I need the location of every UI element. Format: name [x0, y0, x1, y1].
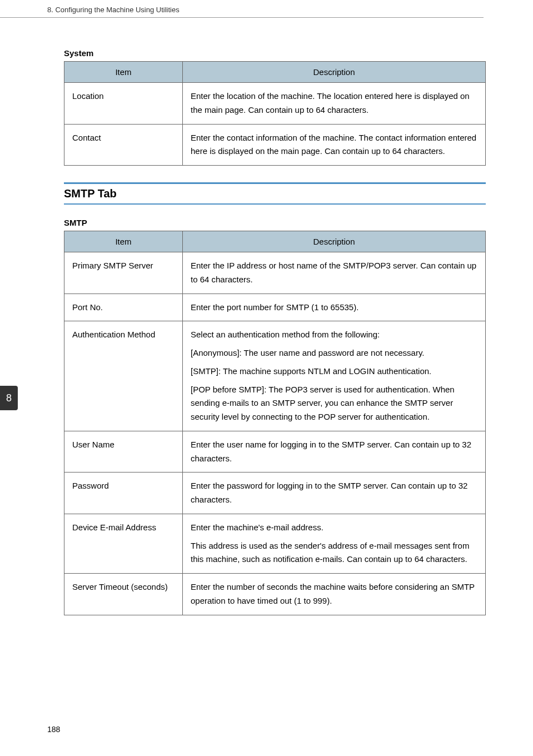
- system-table-title: System: [64, 48, 486, 58]
- table-row: Device E-mail Address Enter the machine'…: [64, 514, 486, 573]
- smtp-row-description: Select an authentication method from the…: [183, 321, 486, 431]
- desc-paragraph: Enter the machine's e-mail address.: [191, 521, 477, 535]
- desc-paragraph: Enter the IP address or host name of the…: [191, 259, 477, 287]
- table-row: Primary SMTP Server Enter the IP address…: [64, 252, 486, 294]
- chapter-tab-number: 8: [6, 392, 12, 404]
- chapter-tab: 8: [0, 386, 18, 410]
- smtp-row-description: Enter the password for logging in to the…: [183, 472, 486, 514]
- desc-paragraph: Enter the user name for logging in to th…: [191, 438, 477, 466]
- smtp-row-item: User Name: [64, 431, 183, 472]
- smtp-row-description: Enter the number of seconds the machine …: [183, 574, 486, 615]
- system-table: Item Description Location Enter the loca…: [64, 61, 486, 166]
- chapter-title: 8. Configuring the Machine Using Utiliti…: [47, 6, 180, 14]
- page-content: System Item Description Location Enter t…: [0, 18, 533, 615]
- desc-paragraph: [SMTP]: The machine supports NTLM and LO…: [191, 365, 477, 379]
- desc-paragraph: [POP before SMTP]: The POP3 server is us…: [191, 383, 477, 424]
- smtp-row-description: Enter the user name for logging in to th…: [183, 431, 486, 472]
- smtp-col-item: Item: [64, 231, 183, 252]
- page-header: 8. Configuring the Machine Using Utiliti…: [0, 0, 484, 18]
- table-row: Server Timeout (seconds) Enter the numbe…: [64, 574, 486, 615]
- table-row: Port No. Enter the port number for SMTP …: [64, 294, 486, 321]
- smtp-row-item: Password: [64, 472, 183, 514]
- smtp-row-description: Enter the machine's e-mail address. This…: [183, 514, 486, 573]
- table-row: Authentication Method Select an authenti…: [64, 321, 486, 431]
- desc-paragraph: Enter the password for logging in to the…: [191, 479, 477, 507]
- desc-paragraph: Enter the number of seconds the machine …: [191, 580, 477, 608]
- system-row-description: Enter the contact information of the mac…: [183, 124, 486, 166]
- desc-paragraph: [Anonymous]: The user name and password …: [191, 346, 477, 360]
- smtp-row-item: Primary SMTP Server: [64, 252, 183, 294]
- smtp-col-description: Description: [183, 231, 486, 252]
- desc-paragraph: Select an authentication method from the…: [191, 328, 477, 342]
- smtp-row-item: Device E-mail Address: [64, 514, 183, 573]
- system-row-description: Enter the location of the machine. The l…: [183, 83, 486, 125]
- smtp-row-item: Server Timeout (seconds): [64, 574, 183, 615]
- system-row-item: Location: [64, 83, 183, 125]
- smtp-tab-heading: SMTP Tab: [64, 182, 486, 205]
- page-number: 188: [47, 725, 60, 734]
- table-row: Password Enter the password for logging …: [64, 472, 486, 514]
- system-col-item: Item: [64, 62, 183, 83]
- table-row: User Name Enter the user name for loggin…: [64, 431, 486, 472]
- smtp-row-description: Enter the port number for SMTP (1 to 655…: [183, 294, 486, 321]
- smtp-table-title: SMTP: [64, 218, 486, 227]
- smtp-row-description: Enter the IP address or host name of the…: [183, 252, 486, 294]
- table-row: Contact Enter the contact information of…: [64, 124, 486, 166]
- smtp-row-item: Authentication Method: [64, 321, 183, 431]
- smtp-row-item: Port No.: [64, 294, 183, 321]
- system-col-description: Description: [183, 62, 486, 83]
- system-row-item: Contact: [64, 124, 183, 166]
- desc-paragraph: This address is used as the sender's add…: [191, 539, 477, 567]
- desc-paragraph: Enter the port number for SMTP (1 to 655…: [191, 301, 477, 315]
- table-row: Location Enter the location of the machi…: [64, 83, 486, 125]
- smtp-table: Item Description Primary SMTP Server Ent…: [64, 231, 486, 615]
